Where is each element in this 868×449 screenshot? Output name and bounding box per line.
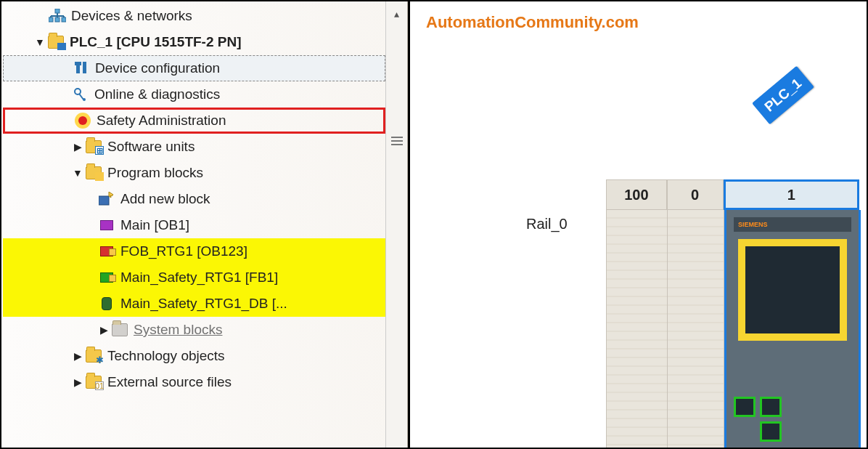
safety-fb-icon (97, 268, 116, 287)
tree-label: Devices & networks (71, 8, 192, 24)
svg-marker-15 (109, 192, 113, 198)
ethernet-port-icon (760, 397, 782, 417)
ethernet-port-icon (734, 397, 756, 417)
tree-label: Software units (107, 139, 195, 155)
watermark-text: AutomationCommunity.com (426, 13, 639, 32)
safety-db-icon (97, 294, 116, 313)
project-tree-panel: Devices & networks ▼ PLC_1 [CPU 1515TF-2… (1, 1, 408, 448)
tree-main-safety-db[interactable]: Main_Safety_RTG1_DB [... (3, 291, 385, 317)
tree-external-sources[interactable]: ▶ 01 External source files (3, 369, 385, 395)
tree-label: Program blocks (107, 165, 203, 181)
tree-label: Device configuration (95, 60, 220, 76)
collapse-arrow-icon[interactable]: ▶ (71, 376, 84, 388)
tree-technology-objects[interactable]: ▶ ✱ Technology objects (3, 343, 385, 369)
plc-folder-icon (46, 33, 65, 52)
rack-area: Rail_0 100 0 1 SIEMENS (526, 179, 859, 448)
add-block-icon (97, 190, 116, 209)
tree-main-ob1[interactable]: Main [OB1] (3, 212, 385, 238)
device-label-flag[interactable]: PLC_1 (752, 66, 814, 125)
scroll-up-icon[interactable]: ▴ (389, 6, 405, 22)
slot-header-1[interactable]: 1 (724, 179, 859, 210)
svg-rect-0 (55, 9, 60, 13)
tree-scrollbar[interactable]: ▴ (385, 1, 407, 448)
plc-module-top-strip: SIEMENS (734, 217, 851, 232)
plc-display-screen (745, 246, 840, 333)
tree-devices-networks[interactable]: Devices & networks (3, 3, 385, 29)
tree-label: System blocks (134, 322, 222, 338)
tree-label: External source files (107, 374, 232, 390)
tree-device-configuration[interactable]: Device configuration (3, 55, 385, 81)
technology-objects-folder-icon: ✱ (84, 347, 103, 365)
svg-rect-10 (83, 62, 86, 73)
tree-label: Main_Safety_RTG1 [FB1] (120, 270, 278, 286)
rail-background: SIEMENS (606, 210, 859, 449)
plc-display-frame (738, 239, 847, 341)
slot-column-100[interactable] (607, 210, 668, 449)
external-sources-folder-icon: 01 (84, 373, 103, 392)
tree-program-blocks[interactable]: ▼ Program blocks (3, 160, 385, 186)
scroll-track[interactable] (391, 22, 403, 448)
tree-label: Add new block (120, 191, 210, 207)
program-blocks-folder-icon (84, 163, 103, 182)
collapse-arrow-icon[interactable]: ▶ (97, 324, 110, 336)
tree-safety-administration[interactable]: Safety Administration (3, 108, 385, 134)
tree-add-new-block[interactable]: Add new block (3, 186, 385, 212)
plc-ethernet-ports (734, 397, 782, 442)
svg-rect-11 (75, 62, 81, 65)
slot-header-row: 100 0 1 (606, 179, 859, 210)
tree-system-blocks[interactable]: ▶ System blocks (3, 317, 385, 343)
diagnostics-icon (71, 85, 90, 104)
svg-point-13 (83, 98, 86, 101)
software-units-icon: ⊞ (84, 137, 103, 156)
svg-rect-3 (49, 17, 53, 22)
expand-arrow-icon[interactable]: ▼ (71, 167, 84, 179)
svg-rect-14 (99, 196, 109, 205)
slot-header-100[interactable]: 100 (606, 179, 667, 210)
network-icon (48, 7, 67, 25)
tree-software-units[interactable]: ▶ ⊞ Software units (3, 134, 385, 160)
plc-module[interactable]: SIEMENS (724, 210, 861, 449)
collapse-arrow-icon[interactable]: ▶ (71, 141, 84, 153)
tree-label: Technology objects (107, 348, 225, 364)
tree-main-safety-fb[interactable]: Main_Safety_RTG1 [FB1] (3, 264, 385, 291)
tree-label: Main [OB1] (120, 217, 189, 233)
svg-rect-4 (55, 17, 60, 22)
tree-label: Safety Administration (97, 113, 226, 129)
tree-label: FOB_RTG1 [OB123] (120, 243, 247, 259)
ethernet-port-icon (760, 421, 782, 442)
safety-icon (73, 111, 92, 130)
slot-column-0[interactable] (668, 210, 724, 449)
rail-label: Rail_0 (526, 216, 568, 232)
tree-label: Online & diagnostics (94, 86, 220, 102)
slot-header-0[interactable]: 0 (667, 179, 724, 210)
scroll-grip[interactable] (391, 131, 403, 151)
svg-rect-5 (62, 17, 66, 22)
collapse-arrow-icon[interactable]: ▶ (71, 350, 84, 362)
system-blocks-folder-icon (110, 320, 129, 339)
device-view-panel: AutomationCommunity.com PLC_1 Rail_0 100… (408, 1, 867, 448)
ob-icon (97, 216, 116, 235)
tree-online-diagnostics[interactable]: Online & diagnostics (3, 81, 385, 108)
expand-arrow-icon[interactable]: ▼ (33, 36, 46, 48)
tree-label: PLC_1 [CPU 1515TF-2 PN] (70, 34, 242, 50)
tree-label: Main_Safety_RTG1_DB [... (120, 296, 287, 312)
tree-plc-node[interactable]: ▼ PLC_1 [CPU 1515TF-2 PN] (3, 29, 385, 55)
wrench-icon (72, 59, 91, 78)
tree-fob-rtg1[interactable]: FOB_RTG1 [OB123] (3, 238, 385, 264)
safety-ob-icon (97, 242, 116, 261)
